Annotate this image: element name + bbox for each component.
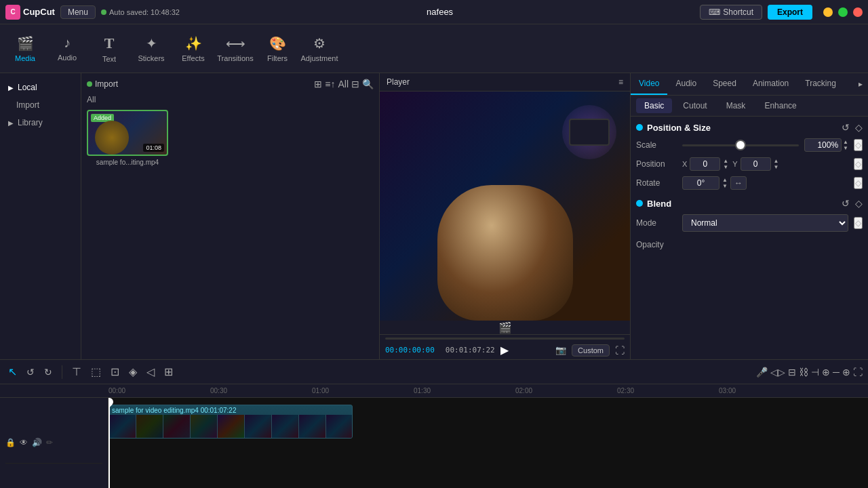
tool-stickers[interactable]: ✦ Stickers	[132, 28, 171, 69]
x-up-button[interactable]: ▲	[723, 159, 728, 164]
zoom-slider-button[interactable]: ─	[833, 367, 840, 378]
scale-keyframe-button[interactable]: ◇	[854, 139, 863, 151]
sub-tab-basic[interactable]: Basic	[636, 98, 672, 113]
sort-button[interactable]: ≡↑	[325, 79, 335, 89]
lock-track-button[interactable]: 🔒	[5, 438, 16, 447]
export-button[interactable]: Export	[768, 5, 812, 20]
select-tool-button[interactable]: ↖	[5, 364, 20, 380]
y-up-button[interactable]: ▲	[774, 159, 779, 164]
split-audio-button[interactable]: ⊣	[811, 367, 819, 378]
fit-button[interactable]: ⛶	[853, 367, 863, 378]
zoom-out-button[interactable]: ⊕	[842, 367, 850, 378]
tool-filters[interactable]: 🎨 Filters	[258, 28, 297, 69]
rotate-input[interactable]	[682, 176, 719, 190]
screenshot-button[interactable]: 📷	[555, 345, 566, 355]
media-item[interactable]: Added 01:08 sample fo...iting.mp4	[87, 110, 168, 166]
redo-button[interactable]: ↺	[24, 365, 37, 379]
rotate-up-button[interactable]: ▲	[722, 178, 728, 183]
rotate-mirror-button[interactable]: ↔	[730, 176, 747, 190]
rotate-down-button[interactable]: ▼	[722, 184, 728, 189]
close-button[interactable]	[853, 7, 863, 17]
undo-button[interactable]: ↻	[41, 365, 55, 379]
volume-track-button[interactable]: 🔊	[32, 438, 42, 447]
scale-down-button[interactable]: ▼	[843, 146, 848, 151]
player-timeline[interactable]	[385, 338, 625, 340]
crop-button[interactable]: ⬚	[88, 364, 104, 380]
blend-keyframe-button[interactable]: ◇	[854, 217, 863, 229]
tool-transitions[interactable]: ⟷ Transitions	[216, 28, 255, 69]
custom-button[interactable]: Custom	[572, 344, 610, 357]
tab-tracking[interactable]: Tracking	[797, 73, 844, 95]
snap-button[interactable]: ◁▷	[770, 367, 785, 378]
video-person	[437, 185, 573, 321]
maximize-button[interactable]	[838, 7, 848, 17]
freeze-button[interactable]: ◁	[144, 364, 157, 380]
tool-effects[interactable]: ✨ Effects	[174, 28, 213, 69]
tool-audio[interactable]: ♪ Audio	[47, 28, 87, 69]
tab-audio[interactable]: Audio	[667, 73, 705, 95]
thumb-face	[95, 121, 129, 155]
ruler-mark-1: 00:30	[210, 387, 227, 394]
ruler-mark-3: 01:30	[414, 387, 431, 394]
diamond-position-button[interactable]: ◇	[855, 122, 863, 133]
clip-label: sample for video editing.mp4 00:01:07:22	[112, 407, 236, 414]
sidebar-item-library[interactable]: ▶ Library	[0, 114, 81, 131]
sub-tab-cutout[interactable]: Cutout	[675, 98, 715, 113]
menu-button[interactable]: Menu	[60, 5, 96, 19]
reset-blend-button[interactable]: ↺	[842, 198, 850, 209]
search-button[interactable]: 🔍	[362, 79, 374, 89]
all-button[interactable]: All	[338, 79, 349, 89]
position-y-input[interactable]	[741, 157, 771, 171]
autosave-status: Auto saved: 10:48:32	[101, 8, 180, 16]
tab-animation[interactable]: Animation	[745, 73, 797, 95]
reset-position-button[interactable]: ↺	[842, 122, 850, 133]
player-menu-icon[interactable]: ≡	[618, 77, 623, 87]
split-button[interactable]: ⊤	[69, 364, 84, 380]
edit-track-button[interactable]: ✏	[46, 438, 53, 447]
y-down-button[interactable]: ▼	[774, 165, 779, 170]
diamond-blend-button[interactable]: ◇	[855, 198, 863, 209]
tool-text[interactable]: T Text	[90, 28, 129, 69]
play-button[interactable]: ▶	[500, 344, 509, 357]
tab-video[interactable]: Video	[631, 73, 667, 95]
mic-button[interactable]: 🎤	[756, 367, 768, 378]
x-down-button[interactable]: ▼	[723, 165, 728, 170]
tool-adjustment[interactable]: ⚙ Adjustment	[300, 28, 339, 69]
sub-tab-mask[interactable]: Mask	[718, 98, 754, 113]
arrow-icon: ▶	[8, 84, 14, 92]
tab-speed[interactable]: Speed	[705, 73, 745, 95]
link-button[interactable]: ⛓	[799, 367, 808, 378]
position-keyframe-button[interactable]: ◇	[854, 158, 863, 170]
minimize-button[interactable]	[823, 7, 833, 17]
grid-view-button[interactable]: ⊞	[314, 79, 322, 89]
rotate-keyframe-button[interactable]: ◇	[854, 177, 863, 189]
shortcut-button[interactable]: ⌨ Shortcut	[700, 5, 762, 20]
filter-button[interactable]: ⊟	[351, 79, 359, 89]
scale-slider[interactable]	[682, 144, 799, 146]
tool-audio-label: Audio	[58, 54, 77, 62]
pip-button[interactable]: ⊡	[108, 364, 122, 380]
magnet-button[interactable]: ⊟	[788, 367, 796, 378]
tool-media[interactable]: 🎬 Media	[5, 28, 45, 69]
position-x-input[interactable]	[690, 157, 720, 171]
stickers-icon: ✦	[146, 35, 157, 52]
import-button[interactable]: Import	[87, 79, 118, 89]
autosave-text: Auto saved: 10:48:32	[109, 8, 180, 16]
scale-input[interactable]	[804, 138, 842, 152]
media-header: Import ⊞ ≡↑ All ⊟ 🔍	[87, 79, 374, 89]
scale-up-button[interactable]: ▲	[843, 140, 848, 145]
sidebar-item-import[interactable]: Import	[0, 96, 81, 114]
more-tabs-button[interactable]: ▸	[853, 74, 868, 94]
player-controls: 00:00:00:00 00:01:07:22 ▶ 📷 Custom ⛶	[380, 334, 630, 359]
properties-panel: Position & Size ↺ ◇ Scale ▲	[631, 117, 868, 359]
blend-mode-select[interactable]: Normal Multiply Screen Overlay Darken Li…	[682, 214, 848, 232]
keyframe-button[interactable]: ◈	[126, 364, 140, 380]
eye-track-button[interactable]: 👁	[20, 438, 28, 447]
trim-button[interactable]: ⊞	[161, 364, 176, 380]
track-clip[interactable]: sample for video editing.mp4 00:01:07:22	[108, 405, 353, 439]
sidebar-item-local[interactable]: ▶ Local	[0, 79, 81, 96]
zoom-in-button[interactable]: ⊕	[822, 367, 830, 378]
sub-tab-enhance[interactable]: Enhance	[756, 98, 804, 113]
fullscreen-button[interactable]: ⛶	[615, 345, 625, 356]
clip-thumb-8	[299, 415, 326, 439]
